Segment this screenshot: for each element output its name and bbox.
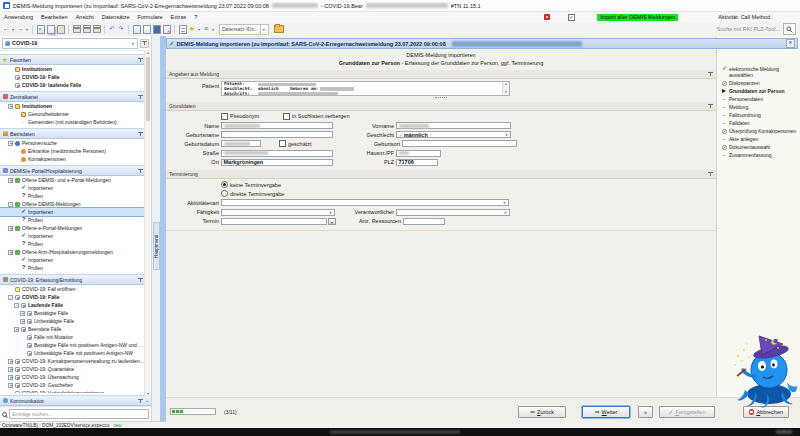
tree-expander[interactable] (14, 186, 19, 191)
pin-icon[interactable] (137, 168, 143, 174)
pseudonym-checkbox[interactable] (221, 113, 228, 120)
context-combo[interactable]: COVID-19 ∨ (2, 38, 138, 49)
chevron-down-icon[interactable]: ▾ (11, 27, 15, 32)
tree-item[interactable]: Importieren (0, 184, 145, 192)
chevron-down-icon[interactable]: ▾ (197, 27, 201, 32)
direkte-terminvergabe-radio[interactable] (221, 190, 228, 197)
tree-item[interactable]: Offene DEMIS- und e-Portal-Meldungen (0, 176, 145, 184)
tree-expander[interactable] (8, 391, 13, 394)
tree-item[interactable]: Prüfen (0, 192, 145, 200)
tree-expander[interactable] (14, 303, 19, 308)
table-icon[interactable] (179, 25, 187, 34)
tree-item[interactable]: Importieren (0, 208, 145, 216)
next-button[interactable]: ⇒Weiter (582, 406, 630, 418)
copy-icon[interactable] (47, 25, 55, 34)
tree-expander[interactable] (20, 335, 25, 340)
mini-scrollbar[interactable]: ▲▼ (502, 82, 509, 95)
termin-input[interactable] (221, 218, 327, 225)
sidebar-section-kommunikation[interactable]: Kommunikation ⌄ (0, 395, 151, 406)
tree-expander[interactable] (8, 75, 13, 80)
tree-expander[interactable] (8, 141, 13, 146)
folder-icon[interactable] (274, 25, 284, 33)
pin-icon[interactable] (707, 71, 713, 77)
scrollbar-thumb[interactable] (146, 57, 150, 121)
forward-icon[interactable]: → (16, 24, 24, 34)
hausnr-input[interactable] (396, 150, 441, 157)
tree-item[interactable]: Unbestätigte Fälle (0, 317, 145, 325)
tree-item[interactable]: COVID-19: Geschehen (0, 381, 145, 389)
tree-item[interactable]: COVID-19: Kontaktpersonenverwaltung zu l… (0, 357, 145, 365)
menu-item[interactable]: Datensätze (98, 14, 134, 20)
tree-item[interactable]: Beendete Fälle (0, 325, 145, 333)
tree-expander[interactable] (14, 218, 19, 223)
tree-item[interactable]: Fälle mit Mutation (0, 333, 145, 341)
tree-item[interactable]: Bestätigte Fälle (0, 309, 145, 317)
menu-item[interactable]: Ansicht (72, 14, 98, 20)
redo-icon[interactable]: ↷ (117, 24, 125, 34)
tree-expander[interactable] (14, 120, 19, 125)
tree-item[interactable]: Zentralkartei (0, 91, 145, 102)
wizard-step[interactable]: Meldung (717, 104, 800, 112)
tree-item[interactable]: COVID-19: Verlaufsdokumentationen (0, 389, 145, 393)
tree-expander[interactable] (8, 383, 13, 388)
tree-expander[interactable] (14, 194, 19, 199)
anz-ressourcen-input[interactable] (403, 218, 445, 225)
geschlecht-select[interactable]: ♂ männlich ∨ (396, 131, 511, 138)
back-icon[interactable]: ← (2, 24, 10, 34)
tree-expander[interactable] (14, 149, 19, 154)
stop-icon[interactable] (544, 14, 550, 20)
tree-item[interactable]: COVID-19: Fall eröffnen (0, 285, 145, 293)
list-icon[interactable]: ≡ (202, 24, 210, 34)
tree-item[interactable]: Offene Arzt-/Hospitalisierungsmeldungen (0, 248, 145, 256)
pin-icon[interactable] (137, 94, 143, 100)
document-icon[interactable] (143, 25, 151, 34)
strasse-input[interactable] (221, 150, 333, 157)
chevron-down-icon[interactable]: ▾ (211, 27, 215, 32)
pin-icon[interactable] (707, 171, 713, 177)
menu-item[interactable]: Bearbeiten (37, 14, 72, 20)
tree-expander[interactable] (14, 258, 19, 263)
tree-item[interactable]: Importieren (0, 232, 145, 240)
menu-item[interactable]: ? (190, 14, 201, 20)
tree-expander[interactable] (8, 295, 13, 300)
scroll-up-icon[interactable]: ▲ (145, 50, 151, 56)
tree-item[interactable]: Unbestätigte Fälle mit positivem Antigen… (0, 349, 145, 357)
geburtsdatum-input[interactable] (221, 140, 261, 147)
name-input[interactable] (221, 122, 333, 129)
tree-item[interactable]: Gesundheitsämter (0, 110, 145, 118)
tree-item[interactable]: DEMIS/e-Portal/Hospitalisierung (0, 165, 145, 176)
tree-expander[interactable] (14, 234, 19, 239)
hauptmenu-tab[interactable]: Hauptmenü (153, 222, 160, 270)
tree-item[interactable]: Gemeinden (mit zuständigen Behörden) (0, 118, 145, 126)
delete-record-icon[interactable] (163, 25, 171, 34)
print-icon[interactable] (73, 25, 81, 33)
tree-expander[interactable] (14, 266, 19, 271)
tree-expander[interactable] (14, 112, 19, 117)
tree-expander[interactable] (8, 375, 13, 380)
wizard-step[interactable]: Diskrepanzen (717, 80, 800, 88)
geschaetzt-checkbox[interactable] (279, 140, 286, 147)
tree-item[interactable]: Prüfen (0, 240, 145, 248)
menubar-checkbox[interactable] (568, 14, 575, 21)
finish-button[interactable]: ✓Fertigstellen (659, 406, 715, 418)
verantwortlicher-select[interactable]: ∨ (396, 209, 510, 216)
tree-item[interactable]: Institutionen (0, 102, 145, 110)
tree-item[interactable]: COVID-19: laufende Fälle (0, 81, 145, 89)
print-setup-icon[interactable] (93, 25, 101, 33)
tree-expander[interactable] (20, 351, 25, 356)
pin-icon[interactable] (707, 103, 713, 109)
tree-item[interactable]: Personensuche (0, 139, 145, 147)
pin-icon[interactable] (137, 277, 143, 283)
menu-item[interactable]: Anwendung (0, 14, 37, 20)
chevron-down-icon[interactable]: ▾ (25, 27, 29, 32)
tree-item[interactable]: Bestätigte Fälle mit positivem Antigen-N… (0, 341, 145, 349)
aktivitaetenart-select[interactable]: ∨ (221, 199, 509, 206)
tree-scrollbar[interactable]: ▲ ▼ (144, 50, 151, 397)
dataset-id-combo[interactable]: Datensatz-IDs... ▾ (219, 24, 269, 35)
pin-icon[interactable] (140, 39, 149, 48)
resize-grip[interactable] (435, 97, 447, 98)
wizard-step[interactable]: Falldaten (717, 120, 800, 128)
wizard-step[interactable]: Dokumentauswahl (717, 144, 800, 152)
favorites-star-icon[interactable]: ★ (188, 24, 196, 34)
pin-icon[interactable] (137, 57, 143, 63)
